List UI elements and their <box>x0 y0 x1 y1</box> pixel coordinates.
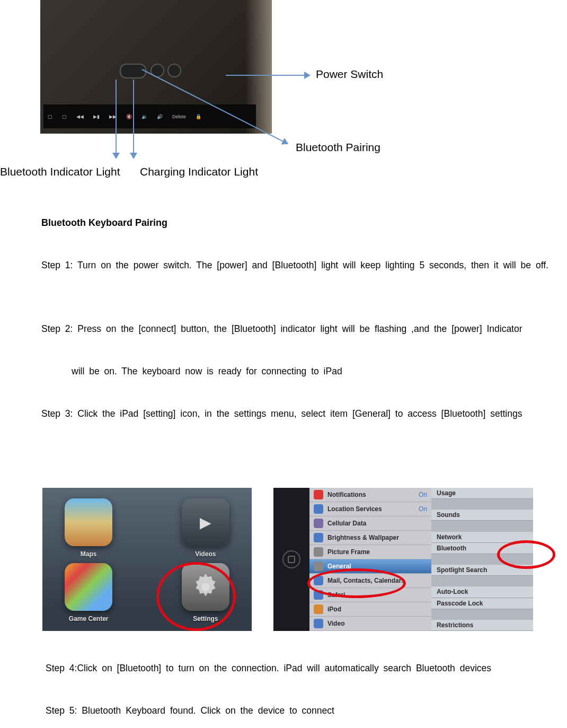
step-3: Step 3: Click the iPad [setting] icon, i… <box>41 408 567 419</box>
settings-detail: Usage Sounds Network Bluetooth Spotlight… <box>431 488 533 631</box>
app-icon-videos: Videos <box>182 498 229 546</box>
row-icon <box>314 490 323 499</box>
row-label: General <box>327 563 351 570</box>
detail-row: Auto-Lock <box>431 586 533 598</box>
key-icon: ◀◀ <box>76 114 84 119</box>
row-icon <box>314 519 323 528</box>
step-2: Step 2: Press on the [connect] button, t… <box>41 323 567 335</box>
row-label: Cellular Data <box>327 520 366 527</box>
spacer <box>431 554 533 565</box>
detail-label: Bluetooth <box>437 545 466 552</box>
settings-row: NotificationsOn <box>309 488 431 502</box>
arrow-line <box>133 80 134 154</box>
app-label: Maps <box>65 550 112 558</box>
row-icon <box>314 576 323 585</box>
key-icon: ▶▮ <box>93 114 100 119</box>
indicator-area-on-photo <box>167 64 181 77</box>
spacer <box>431 521 533 531</box>
settings-row: iPod <box>309 602 431 617</box>
row-icon <box>314 590 323 600</box>
document-page: ▢ ▢ ◀◀ ▶▮ ▶▶ 🔇 🔉 🔊 Delete 🔒 Power Switch… <box>0 0 567 728</box>
section-title: Bluetooth Keyboard Pairing <box>41 217 167 229</box>
key-icon: 🔉 <box>141 114 147 119</box>
detail-row: Network <box>431 532 533 543</box>
settings-row: Video <box>309 617 431 631</box>
row-icon <box>314 504 323 514</box>
row-label: Brightness & Wallpaper <box>327 534 399 541</box>
row-label: Video <box>327 620 344 627</box>
gear-icon <box>190 571 222 603</box>
key-delete: Delete <box>172 114 186 119</box>
settings-row-general-selected: General <box>309 559 431 574</box>
key-icon: ▢ <box>62 114 67 119</box>
keyboard-key-strip: ▢ ▢ ◀◀ ▶▮ ▶▶ 🔇 🔉 🔊 Delete 🔒 <box>43 104 256 128</box>
row-icon <box>314 547 323 557</box>
row-label: Location Services <box>327 505 382 513</box>
detail-row: Sounds <box>431 510 533 521</box>
app-icon-gamecenter: Game Center <box>65 563 112 611</box>
ipad-home-screenshot: Maps Videos Game Center Settings <box>42 488 252 631</box>
detail-label: Passcode Lock <box>437 600 483 607</box>
detail-row: Restrictions <box>431 620 533 631</box>
step-4: Step 4:Click on [Bluetooth] to turn on t… <box>46 663 567 674</box>
row-trailing: On <box>419 505 427 513</box>
spacer <box>431 576 533 586</box>
label-charging-indicator: Charging Indicator Light <box>140 165 258 178</box>
row-label: iPod <box>327 606 341 613</box>
settings-row: Cellular Data <box>309 516 431 531</box>
settings-row: Brightness & Wallpaper <box>309 531 431 545</box>
keyboard-photo: ▢ ▢ ◀◀ ▶▮ ▶▶ 🔇 🔉 🔊 Delete 🔒 <box>40 0 272 134</box>
detail-label: Spotlight Search <box>437 566 487 574</box>
settings-row: Mail, Contacts, Calendars <box>309 574 431 588</box>
arrow-line <box>116 80 117 154</box>
detail-label: Sounds <box>437 511 460 519</box>
detail-row: Spotlight Search <box>431 565 533 576</box>
step-5: Step 5: Bluetooth Keyboard found. Click … <box>46 705 567 716</box>
app-label: Game Center <box>65 615 112 622</box>
detail-row: Usage <box>431 488 533 499</box>
app-label: Videos <box>182 550 229 558</box>
row-label: Notifications <box>327 491 366 498</box>
arrow-head-icon <box>130 153 137 159</box>
ipad-settings-screenshot: NotificationsOn Location ServicesOn Cell… <box>273 488 533 631</box>
key-icon: 🔒 <box>196 114 201 119</box>
detail-row: Passcode Lock <box>431 598 533 609</box>
label-bluetooth-pairing: Bluetooth Pairing <box>296 141 380 154</box>
row-icon <box>314 619 323 628</box>
row-label: Mail, Contacts, Calendars <box>327 577 405 584</box>
row-trailing: On <box>419 491 427 498</box>
arrow-head-icon <box>112 153 120 159</box>
spacer <box>431 499 533 510</box>
app-label: Settings <box>182 615 229 622</box>
detail-label: Restrictions <box>437 621 473 629</box>
detail-label: Auto-Lock <box>437 588 468 595</box>
arrow-head-icon <box>281 138 290 147</box>
label-power-switch: Power Switch <box>316 68 383 81</box>
settings-row: Location ServicesOn <box>309 502 431 516</box>
step-2-cont: will be on. The keyboard now is ready fo… <box>72 366 567 377</box>
key-icon: 🔇 <box>126 114 132 119</box>
row-icon <box>314 562 323 571</box>
arrow-line <box>226 75 305 76</box>
detail-row-bluetooth: Bluetooth <box>431 543 533 554</box>
spacer <box>431 609 533 620</box>
power-switch-on-photo <box>120 64 146 78</box>
app-icon-maps: Maps <box>65 498 112 546</box>
detail-label: Usage <box>437 489 456 497</box>
row-label: Picture Frame <box>327 548 370 556</box>
label-bluetooth-indicator: Bluetooth Indicator Light <box>0 165 120 178</box>
settings-row: Picture Frame <box>309 545 431 559</box>
settings-sidebar: NotificationsOn Location ServicesOn Cell… <box>309 488 431 631</box>
app-icon-settings: Settings <box>182 563 229 611</box>
row-label: Safari <box>327 591 345 599</box>
ipad-bezel <box>273 488 309 631</box>
home-button-icon <box>282 550 300 568</box>
settings-row: Safari <box>309 588 431 602</box>
row-icon <box>314 533 323 542</box>
row-icon <box>314 604 323 614</box>
key-icon: ▢ <box>48 114 52 119</box>
key-icon: 🔊 <box>157 114 163 119</box>
arrow-head-icon <box>304 72 311 79</box>
step-1: Step 1: Turn on the power switch. The [p… <box>41 260 567 271</box>
detail-label: Network <box>437 533 462 541</box>
